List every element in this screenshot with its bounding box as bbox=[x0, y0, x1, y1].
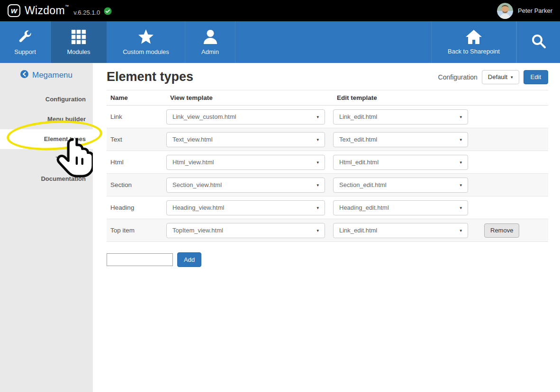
nav-tab-support[interactable]: Support bbox=[0, 21, 51, 63]
configuration-label: Configuration bbox=[438, 73, 478, 81]
version-label: v.6.25.1.0 bbox=[73, 9, 100, 16]
nav-tab-admin[interactable]: Admin bbox=[185, 21, 235, 63]
remove-button[interactable]: Remove bbox=[484, 223, 519, 238]
user-name: Peter Parker bbox=[518, 7, 552, 14]
caret-down-icon: ▾ bbox=[316, 228, 319, 233]
select-value: Html_view.html bbox=[172, 159, 214, 166]
add-button[interactable]: Add bbox=[177, 252, 201, 267]
page-title: Element types bbox=[107, 70, 193, 84]
sidebar: Megamenu Configuration Menu builder Elem… bbox=[0, 63, 93, 392]
table-row: Top item TopItem_view.html▾ Link_edit.ht… bbox=[107, 219, 548, 242]
nav-search-button[interactable] bbox=[516, 21, 560, 63]
table-row: Html Html_view.html▾ Html_edit.html▾ bbox=[107, 151, 548, 174]
edit-template-select[interactable]: Html_edit.html▾ bbox=[333, 155, 468, 170]
row-name: Text bbox=[107, 136, 166, 143]
sidebar-item-documentation[interactable]: Documentation bbox=[0, 169, 93, 189]
table-row: Link Link_view_custom.html▾ Link_edit.ht… bbox=[107, 106, 548, 128]
nav-tab-label: Admin bbox=[201, 48, 219, 55]
select-value: Section_edit.html bbox=[339, 181, 387, 188]
configuration-controls: Configuration Default ▾ Edit bbox=[438, 70, 548, 84]
nav-spacer bbox=[235, 21, 431, 63]
caret-down-icon: ▾ bbox=[316, 183, 319, 187]
star-icon bbox=[137, 29, 154, 45]
main-header: Element types Configuration Default ▾ Ed… bbox=[107, 70, 548, 84]
nav-tab-label: Custom modules bbox=[123, 48, 169, 55]
caret-down-icon: ▾ bbox=[316, 137, 319, 142]
sidebar-item-templates[interactable]: Templates bbox=[0, 149, 93, 169]
caret-down-icon: ▾ bbox=[316, 115, 319, 119]
select-value: Link_edit.html bbox=[339, 113, 377, 120]
view-template-select[interactable]: Html_view.html▾ bbox=[166, 155, 325, 170]
select-value: Html_edit.html bbox=[339, 159, 379, 166]
view-template-select[interactable]: Link_view_custom.html▾ bbox=[166, 109, 325, 125]
table-header-edit-template: Edit template bbox=[333, 94, 476, 101]
select-value: Heading_view.html bbox=[172, 204, 224, 211]
view-template-select[interactable]: Section_view.html▾ bbox=[166, 178, 325, 193]
home-icon bbox=[465, 29, 482, 45]
caret-down-icon: ▾ bbox=[316, 205, 319, 210]
nav-tab-back-to-sharepoint[interactable]: Back to Sharepoint bbox=[431, 21, 516, 63]
brand-wordmark: Wizdom™ bbox=[25, 4, 69, 17]
page-layout: Megamenu Configuration Menu builder Elem… bbox=[0, 63, 560, 392]
avatar[interactable] bbox=[497, 3, 513, 19]
configuration-dropdown[interactable]: Default ▾ bbox=[482, 70, 519, 84]
table-body: Link Link_view_custom.html▾ Link_edit.ht… bbox=[107, 106, 548, 242]
sidebar-title-label: Megamenu bbox=[32, 71, 72, 80]
view-template-select[interactable]: TopItem_view.html▾ bbox=[166, 223, 325, 238]
main-content: Element types Configuration Default ▾ Ed… bbox=[93, 63, 560, 392]
caret-down-icon: ▾ bbox=[460, 183, 462, 187]
select-value: Text_edit.html bbox=[339, 136, 377, 143]
verified-check-icon bbox=[104, 7, 112, 17]
circle-back-arrow-icon bbox=[20, 70, 28, 80]
sidebar-title-megamenu[interactable]: Megamenu bbox=[0, 67, 93, 84]
row-name: Top item bbox=[107, 227, 166, 234]
edit-template-select[interactable]: Section_edit.html▾ bbox=[333, 178, 468, 193]
caret-down-icon: ▾ bbox=[460, 115, 462, 119]
select-value: Link_edit.html bbox=[339, 227, 377, 234]
edit-template-select[interactable]: Link_edit.html▾ bbox=[333, 223, 468, 238]
caret-down-icon: ▾ bbox=[460, 137, 462, 142]
select-value: Link_view_custom.html bbox=[172, 113, 236, 120]
add-element-type-row: Add bbox=[107, 252, 548, 267]
sidebar-item-element-types[interactable]: Element types bbox=[0, 129, 93, 149]
user-menu[interactable]: Peter Parker bbox=[497, 3, 552, 19]
edit-template-select[interactable]: Heading_edit.html▾ bbox=[333, 200, 468, 215]
nav-tab-label: Modules bbox=[67, 48, 90, 55]
nav-tab-custom-modules[interactable]: Custom modules bbox=[107, 21, 185, 63]
caret-down-icon: ▾ bbox=[460, 205, 462, 210]
search-icon bbox=[531, 34, 546, 51]
caret-down-icon: ▾ bbox=[316, 160, 319, 165]
navbar: Support Modules Custom modules Admin Bac… bbox=[0, 21, 560, 63]
row-name: Link bbox=[107, 113, 166, 120]
row-name: Section bbox=[107, 181, 166, 188]
select-value: Text_view.html bbox=[172, 136, 213, 143]
table-header-view-template: View template bbox=[166, 94, 333, 101]
caret-down-icon: ▾ bbox=[460, 228, 462, 233]
configuration-dropdown-value: Default bbox=[488, 73, 507, 80]
nav-tab-label: Support bbox=[14, 48, 36, 55]
nav-tab-modules[interactable]: Modules bbox=[51, 21, 107, 63]
trademark: ™ bbox=[65, 4, 69, 9]
table-row: Text Text_view.html▾ Text_edit.html▾ bbox=[107, 128, 548, 151]
table-row: Section Section_view.html▾ Section_edit.… bbox=[107, 174, 548, 196]
select-value: Section_view.html bbox=[172, 181, 222, 188]
table-row: Heading Heading_view.html▾ Heading_edit.… bbox=[107, 196, 548, 219]
wrench-icon bbox=[17, 29, 33, 45]
view-template-select[interactable]: Text_view.html▾ bbox=[166, 132, 325, 147]
view-template-select[interactable]: Heading_view.html▾ bbox=[166, 200, 325, 215]
edit-button[interactable]: Edit bbox=[524, 70, 548, 84]
sidebar-item-configuration[interactable]: Configuration bbox=[0, 89, 93, 109]
row-name: Heading bbox=[107, 204, 166, 211]
table-header-row: Name View template Edit template bbox=[107, 90, 548, 106]
edit-template-select[interactable]: Link_edit.html▾ bbox=[333, 109, 468, 125]
edit-template-select[interactable]: Text_edit.html▾ bbox=[333, 132, 468, 147]
person-icon bbox=[202, 29, 218, 45]
select-value: TopItem_view.html bbox=[172, 227, 223, 234]
row-name: Html bbox=[107, 159, 166, 166]
element-types-table: Name View template Edit template Link Li… bbox=[107, 90, 548, 242]
new-element-type-input[interactable] bbox=[107, 253, 173, 266]
select-value: Heading_edit.html bbox=[339, 204, 389, 211]
table-header-name: Name bbox=[107, 94, 166, 101]
wizdom-logo-icon: w bbox=[8, 4, 20, 17]
sidebar-item-menu-builder[interactable]: Menu builder bbox=[0, 109, 93, 129]
